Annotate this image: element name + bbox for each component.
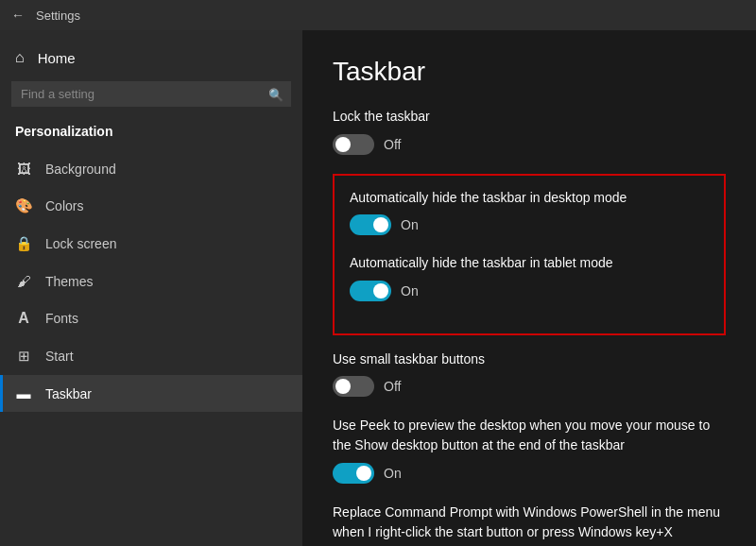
sidebar-item-label: Background <box>45 162 116 177</box>
page-title: Taskbar <box>333 57 726 87</box>
toggle-knob <box>335 379 351 394</box>
setting-group-small-buttons: Use small taskbar buttons Off <box>333 350 726 398</box>
setting-label-lock-taskbar: Lock the taskbar <box>333 108 726 127</box>
setting-row-lock-taskbar: Off <box>333 134 726 155</box>
setting-label-auto-hide-desktop: Automatically hide the taskbar in deskto… <box>350 189 709 208</box>
setting-row-auto-hide-tablet: On <box>350 281 709 301</box>
setting-group-lock-taskbar: Lock the taskbar Off <box>333 108 726 155</box>
sidebar-item-lock-screen[interactable]: 🔒 Lock screen <box>0 225 302 263</box>
toggle-value-peek-preview: On <box>384 466 402 481</box>
setting-label-small-buttons: Use small taskbar buttons <box>333 350 726 369</box>
toggle-value-auto-hide-desktop: On <box>401 217 419 232</box>
toggle-value-auto-hide-tablet: On <box>401 283 419 299</box>
toggle-small-buttons[interactable] <box>333 376 374 397</box>
highlight-box-auto-hide: Automatically hide the taskbar in deskto… <box>333 174 726 335</box>
taskbar-icon: ▬ <box>15 385 32 401</box>
start-icon: ⊞ <box>15 348 32 365</box>
toggle-auto-hide-tablet[interactable] <box>350 281 391 301</box>
colors-icon: 🎨 <box>15 197 32 214</box>
setting-group-auto-hide-tablet: Automatically hide the taskbar in tablet… <box>350 254 709 301</box>
sidebar-item-home[interactable]: ⌂ Home <box>0 40 302 76</box>
themes-icon: 🖌 <box>15 273 32 289</box>
toggle-auto-hide-desktop[interactable] <box>350 214 391 235</box>
lock-icon: 🔒 <box>15 235 32 252</box>
sidebar-item-label: Themes <box>45 274 94 289</box>
sidebar-home-label: Home <box>38 50 76 66</box>
sidebar-item-start[interactable]: ⊞ Start <box>0 337 302 375</box>
content-area: Taskbar Lock the taskbar Off Automatical… <box>302 30 756 546</box>
search-icon: 🔍 <box>268 87 284 101</box>
window-title: Settings <box>36 9 80 23</box>
sidebar-item-label: Taskbar <box>45 386 92 401</box>
sidebar-item-taskbar[interactable]: ▬ Taskbar <box>0 375 302 412</box>
sidebar-item-background[interactable]: 🖼 Background <box>0 150 302 187</box>
sidebar-item-fonts[interactable]: A Fonts <box>0 299 302 337</box>
title-bar: ← Settings <box>0 0 756 30</box>
sidebar-item-label: Lock screen <box>45 236 116 251</box>
toggle-knob <box>373 217 388 232</box>
toggle-knob <box>373 283 388 299</box>
toggle-knob <box>356 466 371 481</box>
fonts-icon: A <box>15 310 32 327</box>
sidebar-item-themes[interactable]: 🖌 Themes <box>0 263 302 299</box>
background-icon: 🖼 <box>15 161 32 177</box>
setting-group-peek-preview: Use Peek to preview the desktop when you… <box>333 416 726 484</box>
sidebar-item-label: Colors <box>45 198 83 213</box>
sidebar: ⌂ Home 🔍 Personalization 🖼 Background 🎨 … <box>0 30 302 546</box>
toggle-knob <box>335 137 351 152</box>
setting-label-replace-cmd: Replace Command Prompt with Windows Powe… <box>333 503 726 542</box>
setting-group-replace-cmd: Replace Command Prompt with Windows Powe… <box>333 503 726 546</box>
sidebar-item-colors[interactable]: 🎨 Colors <box>0 187 302 225</box>
setting-group-auto-hide-desktop: Automatically hide the taskbar in deskto… <box>350 189 709 236</box>
toggle-value-small-buttons: Off <box>384 379 401 394</box>
setting-row-small-buttons: Off <box>333 376 726 397</box>
home-icon: ⌂ <box>15 49 25 66</box>
setting-label-auto-hide-tablet: Automatically hide the taskbar in tablet… <box>350 254 709 273</box>
toggle-peek-preview[interactable] <box>333 463 374 484</box>
back-button[interactable]: ← <box>11 8 25 23</box>
sidebar-search-container: 🔍 <box>11 81 291 107</box>
sidebar-item-label: Fonts <box>45 311 78 326</box>
setting-row-auto-hide-desktop: On <box>350 214 709 235</box>
sidebar-section-title: Personalization <box>0 116 302 150</box>
search-input[interactable] <box>11 81 291 107</box>
toggle-value-lock-taskbar: Off <box>384 137 401 152</box>
setting-row-peek-preview: On <box>333 463 726 484</box>
setting-label-peek-preview: Use Peek to preview the desktop when you… <box>333 416 726 455</box>
sidebar-item-label: Start <box>45 349 74 364</box>
toggle-lock-taskbar[interactable] <box>333 134 374 155</box>
main-layout: ⌂ Home 🔍 Personalization 🖼 Background 🎨 … <box>0 30 756 546</box>
